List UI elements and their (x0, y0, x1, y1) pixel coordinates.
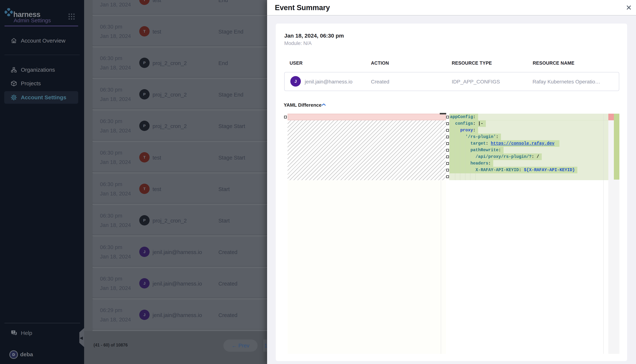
svg-text:?: ? (13, 330, 14, 334)
